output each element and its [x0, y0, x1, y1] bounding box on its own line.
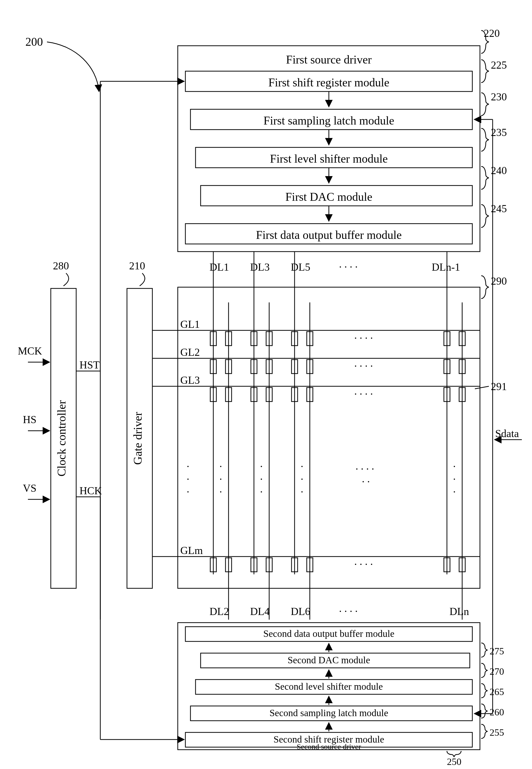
dl-bot-labels: DL2 DL4 DL6 · · · · DLn [209, 606, 469, 617]
pixels [210, 332, 465, 572]
vdot3b: · [301, 473, 303, 485]
ref-250f: 250 [447, 756, 461, 767]
vdot5a: · [453, 461, 456, 472]
vs-label: VS [23, 482, 37, 494]
vdot5c: · [453, 486, 456, 498]
ref-275f: 275 [490, 646, 504, 657]
vdot-mid: · · · · [356, 463, 374, 475]
dln1-label: DLn-1 [432, 261, 460, 273]
ref-245: 245 [491, 203, 507, 215]
dl1-label: DL1 [209, 261, 229, 273]
ref-gate: 210 [129, 260, 145, 272]
s2-dac: Second DAC module [287, 655, 370, 665]
ref-235: 235 [491, 126, 507, 138]
ref-260f: 260 [490, 707, 504, 717]
first-sampling-label: First sampling latch module [264, 114, 394, 127]
ref-clock: 280 [53, 260, 69, 272]
panel-ellipses: · · · · · · · · · · · · · · · · · · · · … [187, 332, 456, 570]
vdot2c: · [260, 486, 263, 498]
figure-ref-text: 200 [25, 35, 43, 48]
vdot-mid2: · · [362, 476, 370, 488]
first-dac-label: First DAC module [285, 190, 372, 203]
ref-220: 220 [484, 27, 500, 39]
first-shift-label: First shift register module [268, 76, 390, 89]
hs-label: HS [23, 414, 37, 425]
dln-label: DLn [449, 606, 469, 617]
src2-title: Second source driver [297, 742, 361, 751]
vdot1a: · [219, 461, 222, 472]
hck-label: HCK [79, 485, 102, 496]
row3-dots: · · · · [354, 388, 373, 400]
glm-label: GLm [180, 544, 203, 556]
ref-265f: 265 [490, 686, 504, 697]
vdot-gl-c: · [187, 486, 189, 498]
s2-out: Second data output buffer module [263, 628, 394, 639]
ref-230: 230 [491, 91, 507, 103]
dl6-label: DL6 [291, 606, 310, 617]
vdot-gl-b: · [187, 473, 189, 485]
hst-hck: HST HCK [76, 81, 184, 679]
dl-dots-top: · · · · [339, 261, 358, 273]
figure-ref: 200 [25, 35, 99, 91]
ref-225: 225 [491, 59, 507, 71]
dl4-label: DL4 [250, 606, 270, 617]
first-level-label: First level shifter module [270, 152, 388, 165]
s2-lvl: Second level shifter module [275, 681, 383, 692]
gl2-label: GL2 [180, 346, 200, 358]
pixel-panel: 290 GL1 GL2 GL3 GLm 291 [152, 252, 507, 624]
first-source-driver-title: First source driver [286, 53, 372, 66]
signal-arrows-in: MCK HS VS [18, 345, 50, 499]
vdot2b: · [260, 473, 263, 485]
dl-dots-bot: · · · · [339, 606, 358, 617]
gate-driver-label: Gate driver [131, 412, 144, 465]
first-source-driver: First source driver 220 First shift regi… [178, 27, 507, 252]
vdot1b: · [219, 473, 222, 485]
vdot2a: · [260, 461, 263, 472]
first-output-label: First data output buffer module [256, 229, 402, 242]
ref-290: 290 [491, 275, 507, 287]
dl3-label: DL3 [250, 261, 270, 273]
s2-samp: Second sampling latch module [269, 708, 388, 718]
dl-top-labels: DL1 DL3 DL5 · · · · DLn-1 [209, 261, 460, 273]
vdot3c: · [301, 486, 303, 498]
sdata-label: Sdata [495, 428, 519, 439]
rowm-dots: · · · · [354, 558, 373, 570]
mck-label: MCK [18, 345, 42, 357]
vdot5b: · [453, 473, 456, 485]
gl1-label: GL1 [180, 318, 200, 330]
clock-controller-block: 280 Clock controller [51, 260, 76, 588]
ref-240: 240 [491, 165, 507, 176]
row1-dots: · · · · [354, 332, 373, 344]
vdot1c: · [219, 486, 222, 498]
svg-rect-21 [178, 287, 480, 588]
ref-255f: 255 [490, 727, 504, 738]
hst-label: HST [79, 359, 100, 371]
gate-driver-block: 210 Gate driver [127, 260, 152, 588]
dl5-label: DL5 [291, 261, 310, 273]
dl2-label: DL2 [209, 606, 229, 617]
ref-270f: 270 [490, 666, 504, 677]
ref-291: 291 [491, 381, 507, 392]
row2-dots: · · · · [354, 360, 373, 372]
clock-controller-label: Clock controller [55, 400, 68, 476]
vdot3a: · [301, 461, 303, 472]
vdot-gl-a: · [187, 461, 189, 472]
gl3-label: GL3 [180, 374, 200, 386]
